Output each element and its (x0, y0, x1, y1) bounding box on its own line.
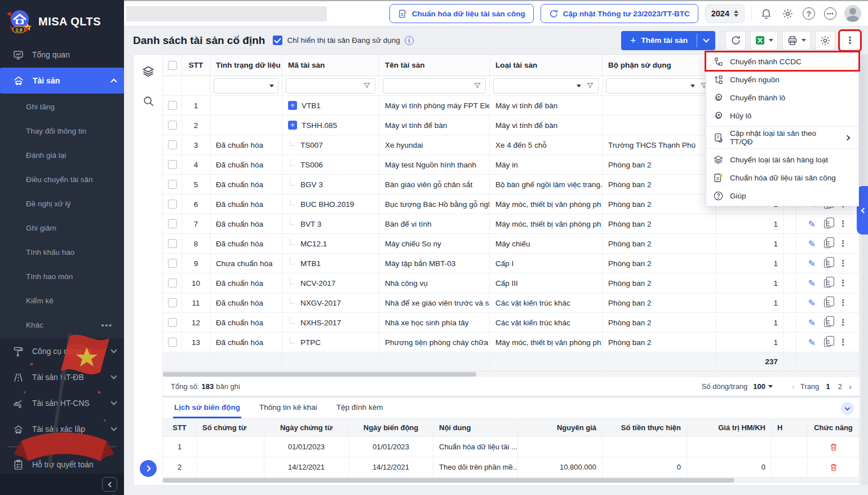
menu-item-update-asset-type[interactable]: Cập nhật loại tài sản theo TT/QĐ (706, 129, 858, 147)
export-excel-button[interactable] (750, 31, 778, 50)
code-filter-input[interactable] (286, 78, 375, 94)
grid-settings-button[interactable] (815, 31, 835, 50)
dept-filter-select[interactable] (606, 78, 712, 94)
checkbox-checked-icon[interactable] (273, 36, 282, 45)
row-more-icon[interactable]: ⋮ (839, 219, 847, 229)
menu-item-convert-ccdc[interactable]: Chuyển thành CCDC (706, 52, 858, 70)
sidebar-subitem-khau-hao[interactable]: Tính khấu hao (0, 240, 124, 264)
delete-icon[interactable] (829, 443, 838, 452)
table-row[interactable]: 12 Đã chuẩn hóa NXHS-2017 Nhà xe học sin… (163, 313, 860, 333)
filter-icon[interactable] (586, 82, 594, 90)
copy-icon[interactable] (824, 319, 831, 327)
menu-item-convert-lot[interactable]: Chuyển thành lô (706, 89, 858, 107)
row-checkbox[interactable] (168, 140, 177, 149)
row-more-icon[interactable]: ⋮ (839, 298, 847, 308)
sidebar-subitem-kiem-ke[interactable]: Kiểm kê (0, 289, 124, 313)
expand-panel-button[interactable] (140, 460, 157, 477)
row-more-icon[interactable]: ⋮ (839, 337, 847, 347)
sidebar-item-xac-lap[interactable]: Tài sản xác lập (0, 416, 124, 442)
page-2-button[interactable]: 2 (837, 382, 843, 391)
print-button[interactable] (782, 31, 811, 50)
filter-icon[interactable] (473, 82, 481, 90)
row-checkbox[interactable] (168, 318, 177, 327)
sidebar-subitem-ghi-giam[interactable]: Ghi giảm (0, 216, 124, 240)
row-checkbox[interactable] (168, 101, 177, 110)
select-all-checkbox[interactable] (168, 61, 177, 70)
sidebar-subitem-de-nghi[interactable]: Đề nghị xử lý (0, 192, 124, 216)
copy-icon[interactable] (824, 240, 831, 248)
row-checkbox[interactable] (168, 121, 177, 130)
edit-icon[interactable]: ✎ (808, 317, 816, 328)
col-stt[interactable]: STT (182, 55, 210, 76)
horizontal-scrollbar[interactable] (163, 478, 860, 483)
menu-item-standardize-data[interactable]: Chuẩn hóa dữ liệu tài sản công (706, 169, 858, 187)
only-active-filter[interactable]: Chỉ hiển thị tài sản Đang sử dụng i (273, 36, 413, 45)
sidebar-collapse-button[interactable] (102, 477, 117, 492)
edit-icon[interactable]: ✎ (808, 238, 816, 249)
notifications-button[interactable] (759, 6, 773, 21)
table-row[interactable]: 11 Đã chuẩn hóa NXGV-2017 Nhà để xe giáo… (163, 293, 860, 313)
tab-history[interactable]: Lịch sử biến động (173, 398, 241, 418)
horizontal-scrollbar[interactable] (163, 372, 860, 377)
edit-icon[interactable]: ✎ (808, 298, 816, 308)
tab-attachments[interactable]: Tệp đính kèm (335, 398, 384, 418)
row-checkbox[interactable] (168, 259, 177, 268)
expand-icon[interactable] (288, 121, 297, 130)
row-checkbox[interactable] (168, 338, 177, 347)
sidebar-item-ht-cns[interactable]: Tài sản HT-CNS (0, 390, 124, 416)
sidebar-subitem-hao-mon[interactable]: Tính hao mòn (0, 264, 124, 289)
row-checkbox[interactable] (168, 239, 177, 248)
name-filter-input[interactable] (383, 78, 486, 94)
edit-icon[interactable]: ✎ (808, 337, 816, 348)
row-more-icon[interactable]: ⋮ (839, 238, 847, 249)
sidebar-subitem-ghi-tang[interactable]: Ghi tăng (0, 95, 124, 119)
standardize-public-asset-button[interactable]: Chuẩn hóa dữ liệu tài sản công (389, 4, 534, 23)
settings-button[interactable] (780, 6, 795, 21)
grid-more-actions-button[interactable]: ⋮ (840, 31, 860, 50)
sidebar-subitem-danh-gia[interactable]: Đánh giá lại (0, 143, 124, 167)
page-1-button[interactable]: 1 (825, 382, 831, 391)
copy-icon[interactable] (824, 259, 831, 268)
table-row[interactable]: 8 Đã chuẩn hóa MC12.1 Máy chiếu So ny Má… (163, 234, 860, 254)
info-icon[interactable]: i (405, 36, 414, 45)
table-row[interactable]: 10 Đã chuẩn hóa NCV-2017 Nhà công vụ Cấp… (163, 273, 860, 293)
table-row[interactable]: 7 Đã chuẩn hóa BVT 3 Bàn để vi tính Máy … (163, 214, 860, 234)
sidebar-subitem-dieu-chuyen[interactable]: Điều chuyển tài sản (0, 167, 124, 192)
add-asset-dropdown[interactable] (697, 31, 715, 50)
next-page-button[interactable]: › (849, 382, 852, 391)
row-more-icon[interactable]: ⋮ (839, 258, 847, 268)
more-options-button[interactable]: ⋯ (823, 6, 838, 21)
menu-item-cancel-lot[interactable]: Hủy lô (706, 107, 858, 125)
edit-icon[interactable]: ✎ (808, 278, 816, 289)
copy-icon[interactable] (824, 220, 831, 228)
row-checkbox[interactable] (168, 219, 177, 228)
type-filter-select[interactable] (493, 78, 599, 94)
row-checkbox[interactable] (168, 298, 177, 307)
menu-item-convert-source[interactable]: Chuyển nguồn (706, 70, 858, 89)
row-checkbox[interactable] (168, 180, 177, 189)
add-asset-button[interactable]: +Thêm tài sản (621, 31, 715, 50)
sidebar-subitem-khac[interactable]: Khác••• (0, 313, 124, 337)
col-code[interactable]: Mã tài sản (282, 55, 379, 76)
table-row[interactable]: 13 Đã chuẩn hóa PTPC Phương tiện phòng c… (163, 333, 860, 352)
edit-icon[interactable]: ✎ (808, 219, 816, 229)
status-filter-select[interactable] (214, 78, 278, 94)
page-size-select[interactable]: 100 (753, 382, 773, 391)
copy-icon[interactable] (824, 338, 831, 347)
col-status[interactable]: Tình trạng dữ liệu (210, 55, 282, 76)
col-dept[interactable]: Bộ phận sử dụng (603, 55, 716, 76)
scrollbar-thumb[interactable] (163, 372, 476, 377)
sidebar-item-assets[interactable]: Tài sản (0, 68, 124, 94)
row-more-icon[interactable]: ⋮ (839, 317, 847, 328)
update-circular-button[interactable]: Cập nhật Thông tư 23/2023/TT-BTC (541, 4, 698, 23)
filter-icon[interactable] (363, 82, 371, 90)
tree-view-button[interactable] (134, 59, 163, 84)
search-button[interactable] (134, 89, 163, 113)
delete-icon[interactable] (829, 463, 838, 472)
edit-icon[interactable]: ✎ (808, 258, 816, 269)
history-row[interactable]: 1 01/01/2023 01/01/2023 Chuẩn hóa dữ liệ… (163, 437, 860, 457)
user-avatar[interactable] (844, 5, 861, 22)
scrollbar-thumb[interactable] (163, 478, 734, 483)
history-row[interactable]: 2 14/12/2021 14/12/2021 Theo dõi trên ph… (163, 457, 860, 478)
year-selector[interactable]: 2024 (705, 4, 745, 23)
